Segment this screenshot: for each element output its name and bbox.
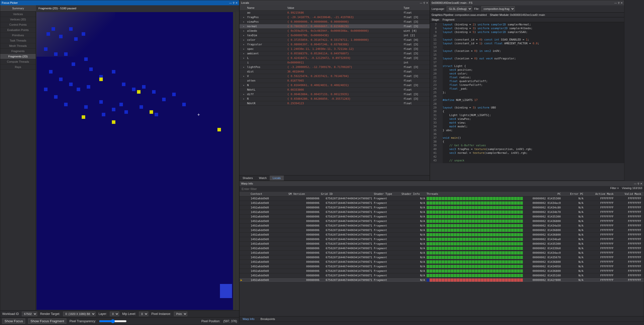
code-line[interactable]: 33 mat4 view; — [430, 121, 624, 125]
gutter[interactable] — [439, 143, 443, 147]
code-line[interactable]: 20 vec4 color; — [430, 72, 624, 76]
minimize-icon[interactable]: — — [634, 182, 636, 185]
warp-row[interactable]: 1492a6dd9d0 00080006 6750207184467440694… — [240, 210, 644, 214]
warp-threads[interactable] — [427, 220, 527, 223]
gutter[interactable] — [439, 72, 443, 76]
locals-tab-shaders[interactable]: Shaders — [240, 175, 256, 180]
gutter[interactable] — [439, 38, 443, 42]
locals-row[interactable]: ao 0.99215686 float — [240, 11, 430, 15]
code-line[interactable]: 44 ivec2 texDim = textureSize(samplerAlb… — [430, 162, 624, 163]
code-line[interactable]: 25}; — [430, 91, 624, 94]
code-line[interactable]: 35} ubo; — [430, 128, 624, 132]
warp-row[interactable]: 1492a6dd9d0 00080006 6750207184467440694… — [240, 264, 644, 269]
fragment-pixel[interactable] — [54, 52, 58, 56]
fragment-pixel[interactable] — [49, 70, 53, 74]
code-line[interactable]: 24 float _pad; — [430, 87, 624, 91]
code-line[interactable]: 15 — [430, 53, 624, 57]
minimize-icon[interactable]: — — [614, 2, 617, 4]
warp-threads[interactable] — [427, 247, 527, 250]
warp-row[interactable]: 1492a6dd9d0 00080006 6750207184467440694… — [240, 269, 644, 273]
fragment-pixel[interactable] — [217, 128, 221, 131]
locals-row[interactable]: ▸ V { 0.59225474, 0.26337421, 0.76146704… — [240, 74, 430, 79]
code-line[interactable]: 16layout (location = 0) out vec4 outFrag… — [430, 57, 624, 60]
fragment-pixel[interactable] — [119, 103, 123, 106]
gutter[interactable] — [439, 136, 443, 140]
warp-threads[interactable] — [427, 206, 527, 209]
gutter[interactable] — [439, 102, 443, 106]
code-line[interactable]: 41 vec3 normal = texture(samplerNormal, … — [430, 151, 624, 155]
code-line[interactable]: 23 float linearFalloff; — [430, 83, 624, 87]
fragment-pixel[interactable] — [112, 108, 115, 111]
code-line[interactable]: 13 — [430, 45, 624, 49]
fragment-pixel[interactable] — [89, 67, 93, 71]
source-title-bar[interactable]: 0x000001492ee1cad0::main - FS — ⚲ ✕ — [430, 0, 624, 5]
show-focus-fragment-button[interactable]: Show Focus Fragment — [28, 318, 66, 324]
side-tab-fragments-2d-[interactable]: Fragments (2D) — [0, 54, 36, 59]
warp-row[interactable]: 1492a6dd9d0 00080006 6750207184467440694… — [240, 273, 644, 278]
code-line[interactable]: 14layout (location = 0) in vec2 inUV; — [430, 49, 624, 53]
warp-row[interactable]: 1492a6dd9d0 00080006 6750207184467440694… — [240, 237, 644, 242]
gutter[interactable] — [439, 34, 443, 38]
side-tab-task-threads[interactable]: Task Threads — [0, 38, 36, 43]
pin-icon[interactable]: ⚲ — [637, 182, 639, 185]
fragment-pixel[interactable] — [77, 88, 80, 91]
warp-row[interactable]: 1492a6dd9d0 00080006 6750207184467440694… — [240, 228, 644, 233]
warp-row[interactable]: 1492a6dd9d0 00080006 6750207184467440694… — [240, 260, 644, 264]
code-line[interactable]: 31 Light lights[NUM_LIGHTS]; — [430, 113, 624, 117]
pi-select[interactable]: Prim — [174, 312, 187, 316]
warp-col-header[interactable]: Shader Type — [374, 192, 401, 196]
warp-col-header[interactable]: Grid ID — [321, 192, 374, 196]
code-line[interactable]: 22 float quadraticFalloff; — [430, 79, 624, 83]
fragment-pixel[interactable] — [112, 120, 115, 124]
code-line[interactable]: 34 mat4 model; — [430, 125, 624, 128]
scrollbar-vertical[interactable] — [236, 12, 239, 310]
fragment-pixel[interactable] — [132, 88, 135, 91]
warp-row[interactable]: 1492a6dd9d0 00080006 6750207184467440694… — [240, 246, 644, 251]
warp-col-header[interactable]: Error PC — [562, 192, 585, 196]
col-name[interactable]: Name — [247, 6, 287, 9]
fragment-pixel[interactable] — [102, 113, 105, 116]
gutter[interactable] — [439, 30, 443, 34]
gutter[interactable] — [439, 76, 443, 79]
gutter[interactable] — [439, 57, 443, 60]
expander-icon[interactable]: ▸ — [241, 84, 247, 87]
expander-icon[interactable]: ▸ — [241, 16, 247, 19]
side-tab-compute-threads[interactable]: Compute Threads — [0, 59, 36, 64]
fragment-pixel[interactable] — [69, 27, 73, 31]
rt-select[interactable]: 0: (1920 X 1080) B8 — [63, 312, 96, 316]
gutter[interactable] — [439, 113, 443, 117]
minimize-icon[interactable]: — — [229, 2, 232, 4]
code-line[interactable]: 19 vec4 position; — [430, 68, 624, 72]
expander-icon[interactable]: ▸ — [241, 65, 247, 69]
side-tab-control-points[interactable]: Control Points — [0, 22, 36, 27]
fragment-viewport[interactable]: + — [36, 12, 236, 310]
code-line[interactable]: 12layout (constant_id = 1) const float A… — [430, 42, 624, 45]
fragment-pixel[interactable] — [69, 83, 73, 86]
col-type[interactable]: Type — [403, 6, 429, 9]
gutter[interactable] — [439, 83, 443, 87]
expander-icon[interactable]: ▸ — [241, 29, 247, 32]
gutter[interactable] — [439, 98, 443, 102]
locals-tab-locals[interactable]: Locals — [270, 175, 284, 180]
fragment-pixel[interactable] — [122, 83, 125, 86]
gutter[interactable] — [439, 64, 443, 68]
code-line[interactable]: 27#define NUM_LIGHTS 17 — [430, 98, 624, 102]
warp-col-header[interactable]: Valid Mask — [615, 192, 643, 196]
warp-row[interactable]: 1492a6dd9d0 00080006 6750207184467440694… — [240, 201, 644, 205]
warp-threads[interactable] — [427, 233, 527, 236]
fragment-pixel[interactable] — [54, 95, 58, 99]
gutter[interactable] — [439, 117, 443, 121]
locals-row[interactable]: dist 36.4818448 float — [240, 69, 430, 74]
mip-select[interactable]: 0 — [139, 312, 148, 316]
warp-col-header[interactable]: Threads — [427, 192, 527, 196]
code-line[interactable]: 9layout (binding = 5) uniform sampler2D … — [430, 30, 624, 34]
warp-row[interactable]: 1492a6dd9d0 00080006 6750207184467440694… — [240, 214, 644, 219]
warp-row[interactable]: 1492a6dd9d0 00080006 6750207184467440694… — [240, 251, 644, 255]
expander-icon[interactable]: ▸ — [241, 97, 247, 100]
warp-row[interactable]: 1492a6dd9d0 00080006 6750207184467440694… — [240, 224, 644, 228]
fragment-pixel[interactable] — [82, 115, 85, 119]
expander-icon[interactable]: ▸ — [241, 52, 247, 55]
fragment-pixel[interactable] — [47, 32, 50, 36]
gutter[interactable] — [439, 91, 443, 94]
code-line[interactable]: 32 vec4 viewPos; — [430, 117, 624, 121]
